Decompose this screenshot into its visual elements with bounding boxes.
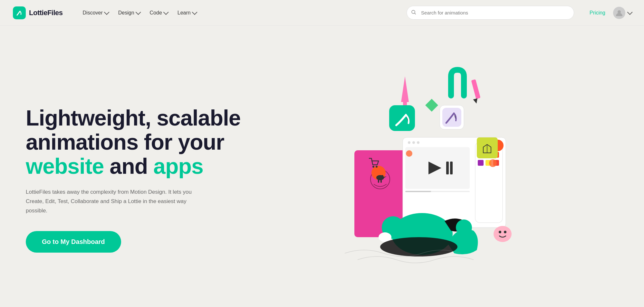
navbar: LottieFiles Discover Design Code Learn xyxy=(0,0,644,26)
svg-point-52 xyxy=(380,237,457,256)
nav-links: Discover Design Code Learn xyxy=(78,7,397,18)
svg-point-50 xyxy=(499,231,501,233)
svg-point-18 xyxy=(417,141,419,144)
svg-rect-30 xyxy=(478,160,484,166)
search-icon xyxy=(411,10,416,16)
hero-svg xyxy=(338,63,532,273)
search-input[interactable] xyxy=(407,6,574,20)
svg-point-39 xyxy=(381,175,383,177)
chevron-down-icon xyxy=(192,9,197,15)
svg-rect-40 xyxy=(378,180,379,183)
svg-point-42 xyxy=(406,150,412,157)
nav-item-code[interactable]: Code xyxy=(145,7,172,18)
hero-title: Lightweight, scalable animations for you… xyxy=(26,106,251,178)
hero-section: Lightweight, scalable animations for you… xyxy=(0,26,644,307)
chevron-down-icon xyxy=(135,9,141,15)
svg-rect-10 xyxy=(471,79,480,99)
cta-dashboard-button[interactable]: Go to My Dashboard xyxy=(26,231,121,253)
svg-rect-21 xyxy=(446,162,449,174)
svg-rect-4 xyxy=(448,93,454,98)
brand-name: LottieFiles xyxy=(29,9,63,17)
illustration-container xyxy=(338,63,532,273)
logo-link[interactable]: LottieFiles xyxy=(13,6,63,19)
svg-point-49 xyxy=(494,226,512,242)
svg-rect-41 xyxy=(380,180,382,183)
nav-right: Pricing xyxy=(590,7,631,19)
hero-illustration xyxy=(251,63,618,289)
hero-content: Lightweight, scalable animations for you… xyxy=(26,99,251,253)
nav-item-discover[interactable]: Discover xyxy=(78,7,112,18)
svg-point-48 xyxy=(456,219,472,236)
logo-icon xyxy=(13,6,26,19)
svg-marker-6 xyxy=(425,99,438,112)
svg-point-35 xyxy=(372,166,374,168)
nav-item-learn[interactable]: Learn xyxy=(173,7,200,18)
avatar xyxy=(613,7,625,19)
chevron-down-icon xyxy=(104,9,109,15)
avatar-area[interactable] xyxy=(613,7,631,19)
svg-marker-11 xyxy=(473,98,478,104)
svg-point-36 xyxy=(376,166,378,168)
svg-rect-22 xyxy=(450,162,453,174)
hero-description: LottieFiles takes away the complexity fr… xyxy=(26,188,197,216)
svg-point-43 xyxy=(489,159,497,167)
svg-rect-24 xyxy=(405,191,431,192)
svg-marker-2 xyxy=(401,76,409,102)
svg-rect-5 xyxy=(461,93,466,98)
svg-point-16 xyxy=(408,141,410,144)
chevron-down-icon xyxy=(163,9,168,15)
svg-point-51 xyxy=(504,231,506,233)
pricing-link[interactable]: Pricing xyxy=(590,10,605,16)
search-area xyxy=(407,6,574,20)
chevron-down-icon xyxy=(627,9,633,15)
svg-point-17 xyxy=(412,141,415,144)
nav-item-design[interactable]: Design xyxy=(114,7,144,18)
